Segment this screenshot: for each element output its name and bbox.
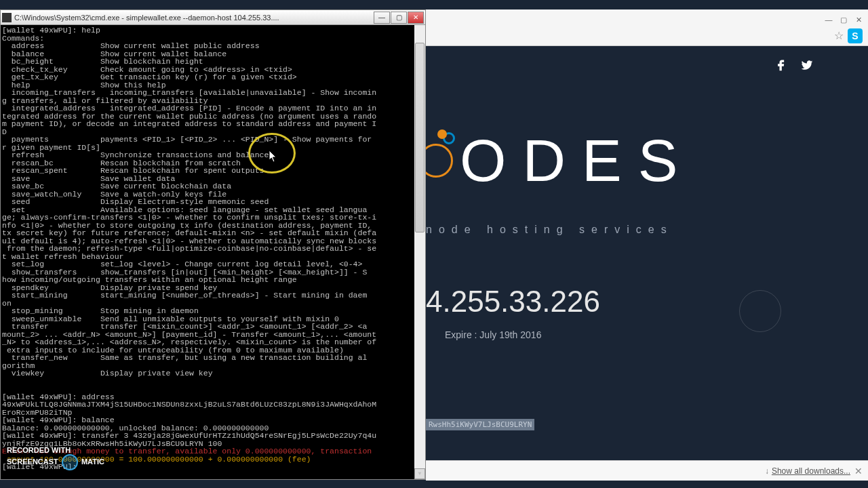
- brand-title: ODES: [460, 126, 694, 195]
- watermark-line1: RECORDED WITH: [7, 446, 104, 454]
- maximize-button[interactable]: ▢: [391, 12, 407, 24]
- brand-tagline: node hosting services: [426, 224, 673, 236]
- background-decoration: [739, 290, 841, 392]
- brand-logo: ODES: [426, 126, 694, 195]
- terminal-window: C:\Windows\System32\cmd.exe - simplewall…: [0, 9, 426, 480]
- watermark-circle-icon: [62, 454, 78, 470]
- browser-minimize-button[interactable]: —: [822, 14, 835, 26]
- facebook-icon[interactable]: [774, 58, 788, 72]
- browser-maximize-button[interactable]: ▢: [837, 14, 850, 26]
- skype-extension-icon[interactable]: S: [848, 28, 863, 43]
- ip-address: 4.255.33.226: [426, 285, 600, 319]
- scroll-down-arrow[interactable]: ▼: [414, 468, 425, 479]
- screencast-watermark: RECORDED WITH SCREENCAST MATIC: [7, 446, 104, 470]
- selected-text[interactable]: RwsHh5iKWyV7LJsBCU9LRYN: [426, 419, 534, 430]
- terminal-help-block: address Show current wallet public addre…: [2, 41, 376, 378]
- terminal-window-controls: — ▢ ✕: [373, 12, 424, 24]
- download-arrow-icon: ↓: [765, 466, 769, 476]
- browser-close-button[interactable]: ✕: [852, 14, 865, 26]
- browser-chrome: — ▢ ✕ ☆ S: [426, 9, 868, 46]
- terminal-title: C:\Windows\System32\cmd.exe - simplewall…: [14, 14, 373, 22]
- bookmark-star-icon[interactable]: ☆: [834, 29, 844, 42]
- scroll-thumb[interactable]: [415, 43, 425, 232]
- terminal-titlebar: C:\Windows\System32\cmd.exe - simplewall…: [1, 10, 425, 25]
- watermark-line2: SCREENCAST MATIC: [7, 454, 104, 470]
- chrome-download-bar: ↓ Show all downloads... ✕: [426, 460, 868, 481]
- logo-circle-icon: [426, 144, 453, 178]
- social-links: [774, 58, 814, 72]
- browser-window: — ▢ ✕ ☆ S ODES node hosting services 4.2…: [426, 9, 868, 480]
- show-all-downloads-link[interactable]: Show all downloads...: [772, 466, 850, 476]
- browser-toolbar: ☆ S: [426, 26, 868, 45]
- page-content: ODES node hosting services 4.255.33.226 …: [426, 46, 868, 480]
- cmd-icon: [2, 13, 12, 22]
- expire-date: Expire : July 19th 2016: [445, 329, 541, 340]
- scroll-track[interactable]: [414, 36, 425, 468]
- close-button[interactable]: ✕: [408, 12, 424, 24]
- download-bar-close-icon[interactable]: ✕: [854, 466, 863, 476]
- minimize-button[interactable]: —: [374, 12, 390, 24]
- terminal-output[interactable]: [wallet 49xWPU]: help Commands: address …: [1, 25, 425, 479]
- watermark-text: RECORDED WITH SCREENCAST MATIC: [7, 446, 104, 470]
- terminal-scrollbar[interactable]: ▲ ▼: [414, 25, 425, 479]
- browser-window-controls: — ▢ ✕: [426, 9, 868, 26]
- twitter-icon[interactable]: [800, 58, 814, 72]
